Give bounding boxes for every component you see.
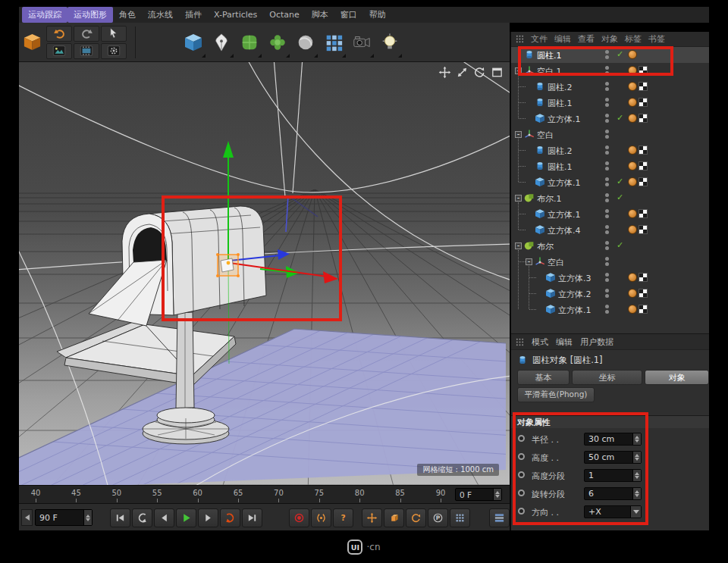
record-button[interactable] xyxy=(289,508,309,527)
viewport-3d[interactable]: 网格缩短 : 1000 cm xyxy=(19,62,510,485)
checker-material-tag-icon[interactable] xyxy=(639,225,648,234)
next-frame-button[interactable] xyxy=(198,508,218,527)
redo-button[interactable] xyxy=(74,26,99,42)
checker-material-tag-icon[interactable] xyxy=(639,209,648,218)
orange-material-tag-icon[interactable] xyxy=(628,82,637,91)
viewport-rotate-button[interactable] xyxy=(473,66,487,80)
tab-基本[interactable]: 基本 xyxy=(517,370,570,385)
checker-material-tag-icon[interactable] xyxy=(639,82,648,91)
tab-坐标[interactable]: 坐标 xyxy=(572,370,642,385)
menu-item-运动跟踪[interactable]: 运动跟踪 xyxy=(22,7,67,23)
viewport-maximize-button[interactable] xyxy=(491,66,504,80)
keyframe-ring-icon[interactable] xyxy=(518,435,525,442)
checker-material-tag-icon[interactable] xyxy=(639,98,648,107)
visibility-dots[interactable] xyxy=(605,66,609,75)
orange-material-tag-icon[interactable] xyxy=(628,98,637,107)
menu-item-角色[interactable]: 角色 xyxy=(113,7,142,23)
spinner-buttons[interactable] xyxy=(632,488,641,499)
checker-material-tag-icon[interactable] xyxy=(639,289,648,298)
keying-sel-button[interactable] xyxy=(489,508,510,527)
visibility-dots[interactable] xyxy=(605,177,609,186)
visibility-dots[interactable] xyxy=(605,225,609,234)
keyframe-ring-icon[interactable] xyxy=(518,471,525,478)
checker-material-tag-icon[interactable] xyxy=(639,305,648,314)
tree-item[interactable]: -空白 xyxy=(511,254,709,270)
enabled-check-icon[interactable]: ✓ xyxy=(617,177,623,186)
tree-item[interactable]: 圆柱.1 xyxy=(511,95,709,111)
orange-material-tag-icon[interactable] xyxy=(628,50,637,59)
range-spinner-buttons[interactable] xyxy=(493,489,501,500)
volume-button[interactable] xyxy=(291,25,319,59)
current-frame-field[interactable]: 90 F xyxy=(35,509,93,526)
am-menu-编辑[interactable]: 编辑 xyxy=(556,336,573,348)
dropdown-arrow[interactable] xyxy=(630,506,641,518)
visibility-dots[interactable] xyxy=(605,289,609,298)
tree-item[interactable]: 圆柱.1 xyxy=(511,158,709,174)
property-field[interactable]: 6 xyxy=(584,487,642,500)
orange-material-tag-icon[interactable] xyxy=(628,305,637,314)
keyframe-ring-icon[interactable] xyxy=(518,489,525,496)
goto-start-button[interactable] xyxy=(110,508,130,527)
menu-item-脚本[interactable]: 脚本 xyxy=(306,7,334,23)
tree-item[interactable]: -空白.1 xyxy=(511,63,709,79)
expander-icon[interactable]: - xyxy=(526,258,532,265)
frame-spinner-buttons[interactable] xyxy=(83,510,92,525)
next-key-button[interactable] xyxy=(220,508,240,527)
visibility-dots[interactable] xyxy=(605,145,609,155)
property-field[interactable]: 50 cm xyxy=(584,451,642,464)
orange-material-tag-icon[interactable] xyxy=(628,66,637,75)
expander-icon[interactable]: - xyxy=(515,67,522,74)
menu-item-流水线[interactable]: 流水线 xyxy=(142,7,179,23)
checker-material-tag-icon[interactable] xyxy=(639,66,648,75)
render-settings-button[interactable] xyxy=(101,43,127,59)
camera-button[interactable] xyxy=(347,25,375,59)
tree-item[interactable]: 立方体.1 xyxy=(511,302,709,317)
undo-button[interactable] xyxy=(46,26,72,42)
tree-item[interactable]: 圆柱.2 xyxy=(511,79,709,95)
light-button[interactable] xyxy=(375,25,403,59)
menu-item-Octane[interactable]: Octane xyxy=(263,8,306,22)
checker-material-tag-icon[interactable] xyxy=(639,177,648,186)
subdivision-surface-button[interactable] xyxy=(235,25,263,59)
spinner-buttons[interactable] xyxy=(632,452,641,463)
visibility-dots[interactable] xyxy=(605,209,609,218)
om-menu-查看[interactable]: 查看 xyxy=(578,33,595,45)
orange-material-tag-icon[interactable] xyxy=(628,177,637,186)
prev-key-button[interactable] xyxy=(132,508,152,527)
visibility-dots[interactable] xyxy=(605,82,609,91)
viewport-zoom-button[interactable] xyxy=(456,66,469,80)
key-pla-button[interactable] xyxy=(450,508,470,527)
autokey-button[interactable] xyxy=(311,508,331,527)
tree-item[interactable]: 立方体.3 xyxy=(511,270,709,286)
tree-item[interactable]: -布尔.1✓ xyxy=(511,190,709,206)
key-rotation-button[interactable] xyxy=(406,508,426,527)
visibility-dots[interactable] xyxy=(605,114,609,123)
timeline-nav-button[interactable] xyxy=(21,509,33,526)
visibility-dots[interactable] xyxy=(605,273,609,282)
menu-item-插件[interactable]: 插件 xyxy=(179,7,208,23)
tree-item[interactable]: -空白 xyxy=(511,127,709,142)
menu-item-窗口[interactable]: 窗口 xyxy=(334,7,363,23)
timeline-ruler[interactable]: 0 F 4045505560657075808590 xyxy=(19,485,510,503)
visibility-dots[interactable] xyxy=(605,241,609,250)
goto-end-button[interactable] xyxy=(242,508,262,527)
live-selection-button[interactable] xyxy=(101,26,127,42)
orange-material-tag-icon[interactable] xyxy=(628,289,637,298)
keyframe-ring-icon[interactable] xyxy=(518,508,525,515)
om-menu-标签[interactable]: 标签 xyxy=(625,33,642,45)
render-pv-button[interactable] xyxy=(74,43,99,59)
cloner-grid-button[interactable] xyxy=(319,25,347,59)
property-field[interactable]: 1 xyxy=(584,469,642,482)
select-tool-button[interactable] xyxy=(20,25,43,60)
enabled-check-icon[interactable]: ✓ xyxy=(617,192,623,202)
tree-item[interactable]: -布尔✓ xyxy=(511,238,709,254)
om-menu-编辑[interactable]: 编辑 xyxy=(554,33,571,45)
expander-icon[interactable]: - xyxy=(515,242,522,249)
key-parameter-button[interactable]: P xyxy=(428,508,448,527)
tree-item[interactable]: 立方体.1✓ xyxy=(511,111,709,127)
om-menu-文件[interactable]: 文件 xyxy=(531,33,548,45)
visibility-dots[interactable] xyxy=(605,130,609,139)
visibility-dots[interactable] xyxy=(605,305,609,314)
spinner-buttons[interactable] xyxy=(632,470,641,481)
orange-material-tag-icon[interactable] xyxy=(628,225,637,234)
